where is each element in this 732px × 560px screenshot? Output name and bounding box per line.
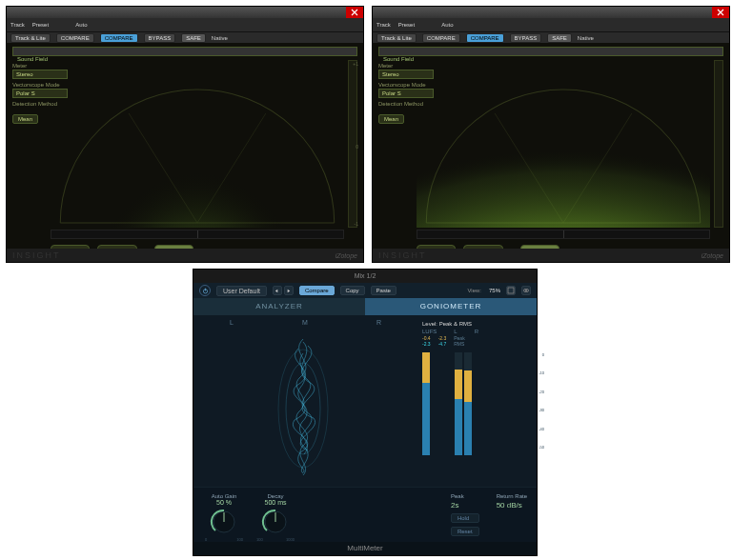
meter-tick: 0 bbox=[356, 144, 358, 150]
peak-label: Peak bbox=[451, 493, 479, 499]
preset-tab[interactable]: Preset bbox=[32, 22, 49, 28]
col-l: L bbox=[454, 329, 457, 334]
close-icon[interactable] bbox=[346, 7, 363, 18]
window-titlebar[interactable] bbox=[7, 7, 363, 18]
svg-point-7 bbox=[417, 128, 710, 228]
decay-value: 500 ms bbox=[256, 499, 295, 506]
track-and-lite-button[interactable]: Track & Lite bbox=[376, 33, 417, 43]
compare-dropdown[interactable]: COMPARE bbox=[422, 33, 460, 43]
multimeter-plugin-window: Mix 1/2 User Default Compare Copy Paste … bbox=[193, 269, 538, 556]
mm-footer: MultiMeter bbox=[193, 542, 537, 555]
detection-select[interactable]: Mean bbox=[378, 114, 404, 124]
native-label: Native bbox=[212, 35, 228, 41]
lufs-rms-readout: -2.3 bbox=[422, 341, 431, 347]
safe-button[interactable]: SAFE bbox=[547, 33, 572, 43]
auto-label: Auto bbox=[75, 22, 87, 28]
compare-button[interactable]: Compare bbox=[299, 286, 335, 295]
host-toolbar: Track Preset Auto bbox=[7, 18, 363, 31]
correlation-bar bbox=[417, 230, 710, 239]
autogain-knob[interactable]: Auto Gain 50 % 0100 bbox=[205, 493, 243, 536]
track-tab[interactable]: Track bbox=[376, 22, 391, 28]
bypass-button[interactable]: BYPASS bbox=[144, 33, 176, 43]
track-tab[interactable]: Track bbox=[10, 22, 25, 28]
peak-value[interactable]: 2s bbox=[451, 501, 479, 510]
mm-titlebar[interactable]: Mix 1/2 bbox=[193, 270, 537, 283]
native-label: Native bbox=[578, 35, 594, 41]
safe-button[interactable]: SAFE bbox=[181, 33, 206, 43]
copy-button[interactable]: Copy bbox=[340, 286, 365, 295]
close-icon[interactable] bbox=[712, 7, 729, 18]
gon-label-r: R bbox=[376, 319, 381, 326]
goniometer-area: L M R bbox=[193, 315, 413, 487]
settings-icon[interactable] bbox=[506, 286, 516, 295]
insight-footer: INSIGHT iZotope bbox=[373, 249, 729, 262]
goniometer-trace bbox=[232, 325, 375, 477]
meter-tick: -1 bbox=[355, 221, 358, 227]
preset-tab[interactable]: Preset bbox=[398, 22, 415, 28]
mm-body: L M R Level: Peak & RMS LUFS L bbox=[193, 315, 537, 542]
soundfield-header: Sound Field bbox=[378, 47, 723, 56]
soundfield-header: Sound Field bbox=[12, 47, 357, 56]
mm-controls: Auto Gain 50 % 0100 Decay 500 ms 1001000… bbox=[193, 487, 537, 542]
svg-point-3 bbox=[104, 80, 290, 228]
knob-group: Auto Gain 50 % 0100 Decay 500 ms 1001000 bbox=[193, 488, 306, 542]
host-toolbar-row2: Track & Lite COMPARE COMPARE BYPASS SAFE… bbox=[373, 31, 729, 43]
host-toolbar-row2: Track & Lite COMPARE COMPARE BYPASS SAFE… bbox=[7, 31, 363, 43]
reset-button[interactable]: Reset bbox=[451, 527, 479, 536]
svg-rect-10 bbox=[508, 288, 514, 293]
col-lufs: LUFS bbox=[422, 329, 437, 334]
returnrate-label: Return Rate bbox=[497, 493, 527, 499]
autogain-value: 50 % bbox=[205, 499, 243, 506]
view-pct[interactable]: 75% bbox=[489, 288, 500, 293]
insight-plugin-window-left: Track Preset Auto Track & Lite COMPARE C… bbox=[6, 6, 364, 263]
tab-analyzer[interactable]: ANALYZER bbox=[193, 298, 365, 315]
izotope-logo: iZotope bbox=[702, 252, 723, 259]
insight-plugin-window-right: Track Preset Auto Track & Lite COMPARE C… bbox=[372, 6, 730, 263]
compare-dropdown[interactable]: COMPARE bbox=[56, 33, 94, 43]
auto-label: Auto bbox=[441, 22, 453, 28]
izotope-logo: iZotope bbox=[336, 252, 357, 259]
insight-logo: INSIGHT bbox=[378, 250, 427, 260]
decay-knob[interactable]: Decay 500 ms 1001000 bbox=[256, 493, 295, 536]
detection-select[interactable]: Mean bbox=[12, 114, 38, 124]
bypass-button[interactable]: BYPASS bbox=[510, 33, 542, 43]
returnrate-value[interactable]: 50 dB/s bbox=[497, 501, 527, 510]
level-meter bbox=[714, 60, 723, 228]
preset-select[interactable]: User Default bbox=[216, 286, 267, 296]
svg-point-12 bbox=[526, 290, 529, 292]
peak-group: Peak 2s Hold Reset Return Rate 50 dB/s bbox=[441, 488, 537, 542]
mm-toolbar: User Default Compare Copy Paste View: 75… bbox=[193, 283, 537, 298]
next-preset-button[interactable] bbox=[284, 286, 294, 295]
meter-tick: +1 bbox=[353, 61, 358, 67]
meter-bars: 0 -10 -20 -30 -40 -50 bbox=[422, 352, 529, 455]
paste-button[interactable]: Paste bbox=[371, 286, 396, 295]
compare-button[interactable]: COMPARE bbox=[100, 33, 138, 43]
rms-lbl: RMS bbox=[454, 341, 464, 347]
host-toolbar: Track Preset Auto bbox=[373, 18, 729, 31]
level-meters: Level: Peak & RMS LUFS L R -0.4 -2.3 Pea… bbox=[422, 321, 529, 462]
correlation-bar bbox=[51, 230, 344, 239]
insight-body: Sound Field Meter Stereo Vectorscope Mod… bbox=[7, 43, 363, 262]
level-meter: +1 0 -1 bbox=[348, 60, 357, 228]
compare-button[interactable]: COMPARE bbox=[466, 33, 504, 43]
preset-nav bbox=[273, 286, 294, 295]
window-titlebar[interactable] bbox=[373, 7, 729, 18]
view-label: View: bbox=[467, 288, 481, 293]
col-r: R bbox=[475, 329, 478, 334]
track-and-lite-button[interactable]: Track & Lite bbox=[10, 33, 51, 43]
tab-goniometer[interactable]: GONIOMETER bbox=[365, 298, 537, 315]
vectorscope-narrow bbox=[51, 56, 344, 228]
insight-logo: INSIGHT bbox=[12, 250, 61, 260]
l-rms-readout: -4.7 bbox=[438, 341, 447, 347]
hold-button[interactable]: Hold bbox=[451, 513, 479, 523]
insight-body: Sound Field Meter Stereo Vectorscope Mod… bbox=[373, 43, 729, 262]
prev-preset-button[interactable] bbox=[273, 286, 282, 295]
insight-footer: INSIGHT iZotope bbox=[7, 249, 363, 262]
mm-tabs: ANALYZER GONIOMETER bbox=[193, 298, 537, 315]
vectorscope-wide bbox=[417, 56, 710, 228]
power-icon[interactable] bbox=[199, 285, 211, 296]
link-icon[interactable] bbox=[521, 286, 531, 295]
meters-header: Level: Peak & RMS bbox=[422, 321, 529, 327]
